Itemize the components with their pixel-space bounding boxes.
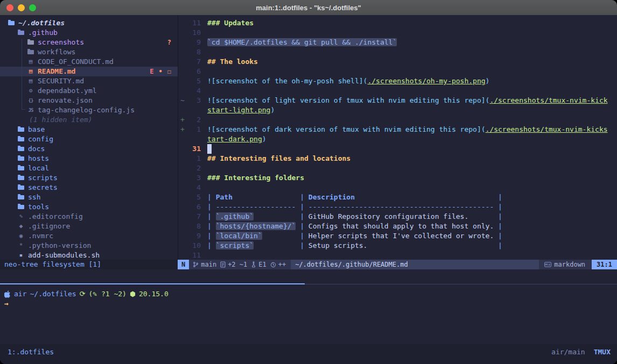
tree-item[interactable]: hosts (0, 154, 178, 163)
editor-line[interactable]: 4 (178, 183, 617, 192)
editor-line[interactable]: 4 (178, 86, 617, 96)
tree-item[interactable]: tools (0, 202, 178, 212)
tree-item[interactable]: ⚙dependabot.yml (0, 86, 178, 96)
line-number: 7 (187, 212, 201, 222)
editor-line[interactable]: 9| `local/bin` | Helper scripts that I'v… (178, 231, 617, 241)
gutter-sign (178, 67, 187, 76)
text-segment: | (207, 193, 216, 201)
text-segment: GitHub Repository configuration files. (308, 212, 468, 220)
editor-line[interactable]: 8| `hosts/{hostname}/` | Configs that sh… (178, 222, 617, 231)
buffer-icon (220, 261, 226, 268)
editor-line[interactable]: +1![screenshot of dark version of tmux w… (178, 125, 617, 134)
tree-item[interactable]: workflows (0, 47, 178, 57)
tree-item-label: secrets (28, 183, 58, 192)
editor-line[interactable]: +2 (178, 115, 617, 125)
editor-line[interactable]: 9`cd $HOME/.dotfiles && git pull && ./in… (178, 38, 617, 47)
file-path[interactable]: ~/.dotfiles/.github/README.md (291, 260, 539, 269)
editor-line[interactable]: 7| `.github` | GitHub Repository configu… (178, 212, 617, 222)
gutter-sign (178, 202, 187, 212)
tree-item[interactable]: ▤SECURITY.md (0, 76, 178, 86)
editor-line[interactable]: 6| ------------------- | ---------------… (178, 202, 617, 212)
text-segment (494, 222, 498, 230)
text-segment: | (207, 203, 216, 211)
text-segment: `local/bin` (216, 232, 262, 240)
tree-item-label: tools (28, 202, 49, 212)
editor-line[interactable]: 3### Interesting folders (178, 173, 617, 183)
editor-line[interactable]: 11 (178, 251, 617, 260)
diagnostics: E1 (251, 260, 266, 269)
tree-item[interactable]: ▪add-submodules.sh (0, 251, 178, 260)
gutter-sign (178, 222, 187, 231)
pane-separator-horizontal[interactable] (0, 283, 617, 284)
text-segment (367, 241, 498, 249)
tree-item[interactable]: ◆.gitignore (0, 222, 178, 231)
editor-line[interactable]: 7## The looks (178, 57, 617, 67)
tree-item[interactable]: ✎.editorconfig (0, 212, 178, 222)
tree-item[interactable]: secrets (0, 183, 178, 192)
gear-icon: ⚙ (27, 86, 34, 96)
gutter-sign (178, 173, 187, 183)
nvmrc-file-icon: ◉ (17, 231, 25, 241)
tree-item-label: scripts (28, 173, 58, 183)
tree-item[interactable]: ▤README.mdE•☐ (0, 67, 178, 76)
line-text: ![screenshot of light version of tmux wi… (207, 96, 608, 105)
editor-line[interactable]: tart-dark.png) (178, 134, 617, 144)
tree-item[interactable]: screenshots? (0, 38, 178, 47)
text-segment: | (498, 212, 502, 220)
line-number: 6 (187, 202, 201, 212)
tree-item[interactable]: .github (0, 28, 178, 38)
line-number: 8 (187, 47, 201, 57)
tree-item[interactable]: docs (0, 144, 178, 154)
unstaged-mark: ☐ (167, 67, 171, 76)
tmux-flag: TMUX (594, 347, 611, 357)
tree-item[interactable]: {}renovate.json (0, 96, 178, 105)
text-segment (262, 232, 300, 240)
markdown-file-icon: ▤ (27, 57, 34, 67)
prompt-path: ~/.dotfiles (30, 289, 76, 299)
line-text: | `scripts` | Setup scripts. | (207, 241, 502, 251)
tree-item[interactable]: (1 hidden item) (0, 115, 178, 125)
tree-item[interactable]: config (0, 134, 178, 144)
editor-line[interactable]: start-light.png) (178, 105, 617, 115)
editor-line[interactable]: 31 (178, 144, 617, 154)
editor-line[interactable]: 11### Updates (178, 18, 617, 28)
editor-line[interactable]: 5| Path | Description | (178, 192, 617, 202)
tree-item[interactable]: JStag-changelog-config.js (0, 105, 178, 115)
gutter-sign (178, 47, 187, 57)
editor-line[interactable]: 8 (178, 47, 617, 57)
tree-item-label: .editorconfig (28, 212, 83, 222)
shell-input-line[interactable]: → (4, 299, 617, 309)
prompt-host: air (14, 289, 26, 299)
editor-line[interactable]: 10 (178, 28, 617, 38)
line-number: 5 (187, 76, 201, 86)
shell-pane[interactable]: air ~/.dotfiles ⟳ (✎ ?1 ~2) 20.15.0 → (4, 289, 617, 309)
folder-icon (17, 195, 25, 199)
tree-item[interactable]: local (0, 163, 178, 173)
mode-indicator: N (178, 260, 189, 269)
gutter-sign (178, 163, 187, 173)
editor-line[interactable]: 6 (178, 67, 617, 76)
line-number: 9 (187, 38, 201, 47)
gutter-sign (178, 154, 187, 163)
tmux-window-tab[interactable]: 1:.dotfiles (8, 347, 54, 357)
editor-line[interactable]: ~3![screenshot of light version of tmux … (178, 96, 617, 105)
tree-item[interactable]: *.python-version (0, 241, 178, 251)
tree-item[interactable]: ~/.dotfiles (0, 18, 178, 28)
editor-buffer[interactable]: 11### Updates109`cd $HOME/.dotfiles && g… (178, 15, 617, 263)
tree-item[interactable]: base (0, 125, 178, 134)
node-version: 20.15.0 (139, 289, 169, 299)
folder-icon (17, 166, 25, 170)
editor-line[interactable]: 1## Interesting files and locations (178, 154, 617, 163)
tree-item[interactable]: ▤CODE_OF_CONDUCT.md (0, 57, 178, 67)
flask-icon (251, 261, 256, 268)
line-number (187, 134, 201, 144)
text-segment: | (300, 203, 308, 211)
text-segment: ![screenshot of light version of tmux wi… (207, 96, 489, 104)
editor-line[interactable]: 10| `scripts` | Setup scripts. | (178, 241, 617, 251)
text-segment: ### Interesting folders (207, 174, 304, 182)
tree-item[interactable]: ssh (0, 192, 178, 202)
tree-item[interactable]: ◉.nvmrc (0, 231, 178, 241)
editor-line[interactable]: 5![screenshot of the oh-my-posh shell](.… (178, 76, 617, 86)
editor-line[interactable]: 2 (178, 163, 617, 173)
tree-item[interactable]: scripts (0, 173, 178, 183)
